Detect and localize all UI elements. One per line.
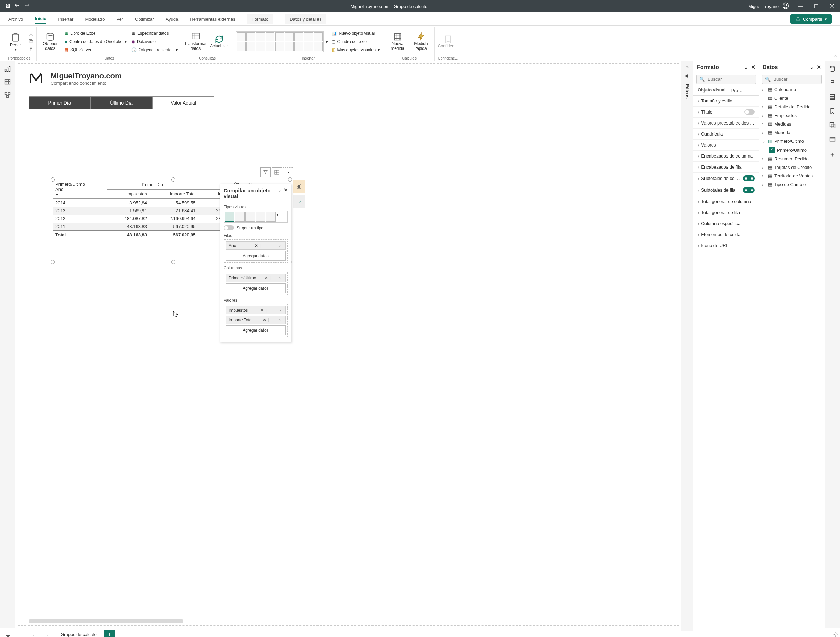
visual-build-tab-icon[interactable] bbox=[293, 180, 305, 193]
format-search-input[interactable] bbox=[707, 76, 766, 82]
close-icon[interactable]: ✕ bbox=[284, 188, 287, 192]
field-item-year[interactable]: Año ✕ | › bbox=[226, 241, 286, 250]
slicer-current-value[interactable]: Valor Actual bbox=[152, 96, 214, 109]
data-table-cliente[interactable]: ›▦Cliente bbox=[759, 94, 824, 102]
ribbon-collapse-icon[interactable]: ^ bbox=[833, 53, 838, 61]
add-page-button[interactable]: + bbox=[104, 630, 115, 637]
format-item-col-headers[interactable]: Encabezados de columna bbox=[693, 151, 759, 162]
slicer-last-day[interactable]: Último Día bbox=[90, 96, 152, 109]
minimize-button[interactable] bbox=[793, 0, 808, 13]
tab-file[interactable]: Archivo bbox=[8, 14, 23, 24]
selection-rail-icon[interactable] bbox=[829, 122, 836, 130]
quick-measure-button[interactable]: Medida rápida bbox=[411, 29, 432, 54]
resize-handle[interactable] bbox=[171, 260, 175, 264]
maximize-button[interactable] bbox=[808, 0, 824, 13]
format-item-row-headers[interactable]: Encabezados de fila bbox=[693, 162, 759, 173]
chevron-right-icon[interactable]: › bbox=[278, 276, 283, 280]
viz-card-icon[interactable] bbox=[294, 42, 303, 51]
data-table-resumen-pedido[interactable]: ›▦Resumen Pedido bbox=[759, 155, 824, 163]
filter-icon[interactable] bbox=[261, 167, 271, 178]
tab-visual-format[interactable]: Objeto visual bbox=[698, 85, 726, 95]
get-data-button[interactable]: Obtener datos bbox=[39, 29, 61, 54]
format-item-presets[interactable]: Valores preestablecidos … bbox=[693, 118, 759, 129]
refresh-button[interactable]: Actualizar bbox=[208, 29, 230, 54]
remove-icon[interactable]: ✕ bbox=[253, 243, 260, 248]
chevron-right-icon[interactable]: › bbox=[278, 317, 283, 322]
undo-icon[interactable] bbox=[14, 3, 20, 9]
remove-icon[interactable]: ✕ bbox=[261, 317, 268, 322]
close-button[interactable] bbox=[824, 0, 840, 13]
remove-icon[interactable]: ✕ bbox=[259, 308, 265, 313]
format-item-specific-col[interactable]: Columna específica bbox=[693, 218, 759, 229]
chevron-down-icon[interactable]: ▾ bbox=[276, 212, 285, 221]
more-options-icon[interactable]: ⋯ bbox=[750, 90, 755, 95]
format-item-grid[interactable]: Cuadrícula bbox=[693, 129, 759, 140]
mobile-view-icon[interactable] bbox=[15, 630, 27, 637]
sensitivity-button[interactable]: Confiden… bbox=[437, 29, 459, 54]
chevron-right-icon[interactable]: › bbox=[278, 243, 283, 248]
chevron-down-icon[interactable]: ⌄ bbox=[809, 64, 814, 71]
data-table-detalle-pedido[interactable]: ›▦Detalle del Pedido bbox=[759, 102, 824, 111]
vt-bar-icon[interactable] bbox=[256, 212, 265, 221]
onelake-button[interactable]: ◆Centro de datos de OneLake ▾ bbox=[63, 38, 128, 46]
tab-modeling[interactable]: Modelado bbox=[85, 14, 104, 24]
visualizations-gallery[interactable] bbox=[235, 31, 324, 52]
field-item-primero-ultimo[interactable]: Primero/Último ✕ | › bbox=[226, 274, 286, 282]
resize-handle[interactable] bbox=[288, 178, 292, 181]
viz-stacked-area-icon[interactable] bbox=[314, 32, 323, 41]
data-search-input[interactable] bbox=[772, 76, 832, 82]
chevron-right-icon[interactable]: › bbox=[278, 308, 283, 313]
viz-donut-icon[interactable] bbox=[246, 42, 255, 51]
viz-matrix-icon[interactable] bbox=[314, 42, 323, 51]
viz-clustered-bar-icon[interactable] bbox=[246, 32, 255, 41]
viz-clustered-column-icon[interactable] bbox=[265, 32, 275, 41]
close-icon[interactable]: ✕ bbox=[751, 64, 755, 71]
user-avatar-icon[interactable] bbox=[782, 2, 789, 10]
row-subtotals-toggle[interactable] bbox=[743, 187, 755, 193]
format-item-cell-elements[interactable]: Elementos de celda bbox=[693, 229, 759, 240]
tab-external[interactable]: Herramientas externas bbox=[190, 14, 235, 24]
format-item-row-grandtotal[interactable]: Total general de fila bbox=[693, 207, 759, 218]
collapse-filters-icon[interactable]: « bbox=[686, 64, 688, 69]
format-search[interactable]: 🔍 bbox=[696, 75, 756, 84]
format-item-col-grandtotal[interactable]: Total general de columna bbox=[693, 196, 759, 207]
resize-handle[interactable] bbox=[51, 260, 55, 264]
add-columns-button[interactable]: Agregar datos bbox=[226, 284, 286, 293]
user-name[interactable]: Miguel Troyano bbox=[748, 4, 779, 9]
viz-ribbon-icon[interactable] bbox=[285, 32, 294, 41]
text-box-button[interactable]: ▢Cuadro de texto bbox=[330, 38, 381, 46]
format-item-url-icon[interactable]: Icono de URL bbox=[693, 240, 759, 251]
sync-slicers-rail-icon[interactable] bbox=[829, 136, 836, 144]
data-table-territorio[interactable]: ›▦Territorio de Ventas bbox=[759, 172, 824, 180]
bookmarks-rail-icon[interactable] bbox=[829, 108, 836, 115]
save-icon[interactable] bbox=[5, 3, 10, 9]
viz-table-icon[interactable] bbox=[304, 42, 313, 51]
data-table-tarjetas[interactable]: ›▦Tarjetas de Credito bbox=[759, 163, 824, 172]
chevron-down-icon[interactable]: ⌄ bbox=[744, 64, 748, 71]
filters-label[interactable]: Filtros bbox=[685, 84, 690, 99]
next-page-icon[interactable]: › bbox=[41, 630, 53, 637]
format-item-size-style[interactable]: Tamaño y estilo bbox=[693, 96, 759, 107]
table-view-icon[interactable] bbox=[4, 79, 11, 85]
cut-icon[interactable] bbox=[28, 31, 34, 37]
chevron-down-icon[interactable]: ▾ bbox=[326, 39, 328, 44]
remove-icon[interactable]: ✕ bbox=[263, 276, 270, 280]
viz-stacked-column-icon[interactable] bbox=[256, 32, 265, 41]
field-checkbox[interactable] bbox=[769, 147, 775, 153]
page-tab[interactable]: Grupos de cálculo bbox=[54, 629, 103, 637]
more-visuals-button[interactable]: ◧Más objetos visuales ▾ bbox=[330, 46, 381, 54]
field-item-importe-total[interactable]: Importe Total ✕ | › bbox=[226, 316, 286, 324]
visual-format-tab-icon[interactable] bbox=[293, 195, 305, 208]
format-item-values[interactable]: Valores bbox=[693, 140, 759, 151]
data-table-primero-ultimo[interactable]: ⌄▥Primero/Último bbox=[759, 137, 824, 145]
collapse-icon[interactable]: ⌄ bbox=[278, 188, 282, 192]
speaker-icon[interactable] bbox=[685, 73, 690, 80]
data-table-medidas[interactable]: ›▦Medidas bbox=[759, 120, 824, 128]
viz-100-column-icon[interactable] bbox=[275, 32, 284, 41]
paste-button[interactable]: Pegar ▾ bbox=[5, 29, 26, 54]
dataverse-button[interactable]: ◉Dataverse bbox=[130, 38, 179, 46]
vt-stacked-bar-icon[interactable] bbox=[266, 212, 276, 221]
model-view-icon[interactable] bbox=[4, 91, 11, 98]
tab-home[interactable]: Inicio bbox=[35, 14, 46, 24]
tab-view[interactable]: Ver bbox=[117, 14, 123, 24]
